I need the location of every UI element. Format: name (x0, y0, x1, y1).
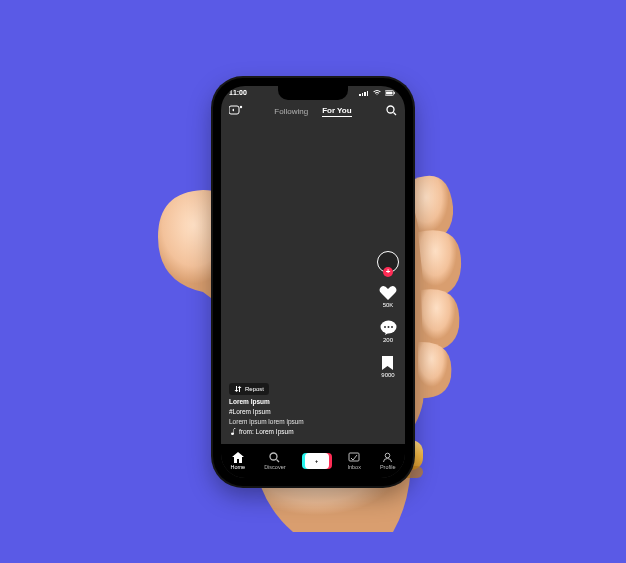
svg-rect-4 (394, 91, 395, 93)
nav-inbox-label: Inbox (347, 464, 360, 470)
svg-point-13 (270, 453, 277, 460)
comment-button[interactable]: 200 (380, 320, 397, 343)
nav-inbox[interactable]: Inbox (347, 452, 360, 470)
repost-label: Repost (245, 386, 264, 392)
discover-icon (269, 452, 280, 463)
save-count: 9000 (381, 372, 394, 378)
phone-frame: 11:00 Following For You + 50K (213, 78, 413, 486)
wifi-icon (372, 90, 382, 96)
save-button[interactable]: 9000 (381, 355, 394, 378)
tab-for-you[interactable]: For You (322, 106, 351, 117)
svg-point-7 (387, 106, 394, 113)
caption-hashtag[interactable]: #Lorem Ipsum (229, 408, 365, 415)
svg-rect-15 (349, 453, 359, 461)
bottom-nav: Home Discover + Inbox Profile (221, 444, 405, 478)
heart-icon (379, 285, 397, 301)
repost-icon (234, 385, 242, 393)
svg-point-10 (384, 326, 386, 328)
status-time: 11:00 (229, 89, 247, 96)
svg-point-6 (240, 106, 242, 108)
svg-line-8 (394, 112, 397, 115)
nav-discover[interactable]: Discover (264, 452, 285, 470)
action-rail: + 50K 200 9000 (377, 251, 399, 378)
nav-profile-label: Profile (380, 464, 396, 470)
phone-screen: 11:00 Following For You + 50K (221, 86, 405, 478)
status-indicators (359, 90, 395, 96)
svg-point-12 (391, 326, 393, 328)
svg-point-16 (385, 453, 390, 458)
battery-icon (385, 90, 395, 96)
nav-discover-label: Discover (264, 464, 285, 470)
sound-label: from: Lorem Ipsum (239, 428, 294, 435)
live-icon[interactable] (229, 105, 243, 117)
signal-icon (359, 90, 369, 96)
notch (278, 86, 348, 100)
svg-line-14 (277, 459, 280, 462)
tab-following[interactable]: Following (274, 107, 308, 116)
follow-plus-icon[interactable]: + (383, 267, 393, 277)
comment-count: 200 (383, 337, 393, 343)
svg-rect-3 (386, 91, 392, 94)
nav-home[interactable]: Home (230, 452, 245, 470)
like-count: 50K (383, 302, 394, 308)
svg-point-11 (387, 326, 389, 328)
top-nav: Following For You (221, 106, 405, 117)
nav-create[interactable]: + (305, 453, 329, 469)
profile-icon (382, 452, 393, 463)
nav-home-label: Home (230, 464, 245, 470)
caption-desc: Lorem ipsum lorem ipsum (229, 418, 365, 425)
music-note-icon (229, 428, 236, 436)
repost-chip[interactable]: Repost (229, 383, 269, 395)
home-icon (232, 452, 244, 463)
nav-profile[interactable]: Profile (380, 452, 396, 470)
caption-username[interactable]: Lorem Ipsum (229, 398, 365, 405)
bookmark-icon (381, 355, 394, 371)
inbox-icon (348, 452, 360, 463)
comment-icon (380, 320, 397, 336)
caption-area: Repost Lorem Ipsum #Lorem Ipsum Lorem ip… (229, 383, 365, 436)
creator-avatar[interactable]: + (377, 251, 399, 273)
search-icon[interactable] (386, 105, 397, 118)
like-button[interactable]: 50K (379, 285, 397, 308)
sound-row[interactable]: from: Lorem Ipsum (229, 428, 365, 436)
